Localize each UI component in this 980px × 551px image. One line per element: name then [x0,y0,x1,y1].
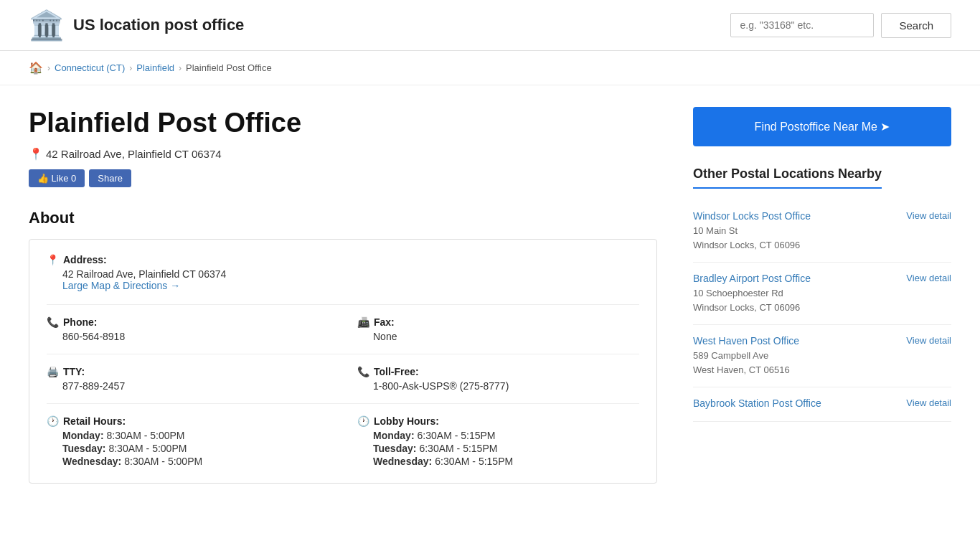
find-postoffice-button[interactable]: Find Postoffice Near Me ➤ [693,107,951,146]
nearby-item-info-3: Baybrook Station Post Office [693,397,821,411]
hours-row: 🕐 Retail Hours: Monday:8:30AM - 5:00PM T… [47,415,639,468]
breadcrumb-sep-1: › [47,63,50,73]
nearby-item-addr2-2: West Haven, CT 06516 [693,363,799,377]
fb-share-button[interactable]: Share [89,169,131,187]
breadcrumb: 🏠 › Connecticut (CT) › Plainfield › Plai… [0,51,980,85]
retail-hours-icon: 🕐 [47,415,59,427]
info-card: 📍 Address: 42 Railroad Ave, Plainfield C… [29,239,657,484]
breadcrumb-sep-2: › [129,63,132,73]
address-text: 42 Railroad Ave, Plainfield CT 06374 [46,148,222,160]
home-icon[interactable]: 🏠 [29,61,43,75]
list-item: Bradley Airport Post Office 10 Schoephoe… [693,263,951,325]
retail-hours-label: 🕐 Retail Hours: [47,415,329,427]
nearby-item-addr2-0: Windsor Locks, CT 06096 [693,238,811,253]
nearby-section: Other Postal Locations Nearby Windsor Lo… [693,166,951,422]
nearby-heading: Other Postal Locations Nearby [693,166,882,189]
nearby-item-name-0[interactable]: Windsor Locks Post Office [693,210,811,222]
lobby-hours-col: 🕐 Lobby Hours: Monday:6:30AM - 5:15PM Tu… [357,415,639,468]
list-item: Windsor Locks Post Office 10 Main St Win… [693,200,951,263]
tty-tollfree-row: 🖨️ TTY: 877-889-2457 📞 Toll-Free: 1-800-… [47,366,639,392]
retail-tue: Tuesday:8:30AM - 5:00PM [62,443,329,454]
phone-label: 📞 Phone: [47,316,329,328]
lobby-hours-table: Monday:6:30AM - 5:15PM Tuesday:6:30AM - … [373,430,639,467]
pin-icon: 📍 [29,147,43,161]
tollfree-col: 📞 Toll-Free: 1-800-Ask-USPS® (275-8777) [357,366,639,392]
lobby-mon: Monday:6:30AM - 5:15PM [373,430,639,441]
tty-label: 🖨️ TTY: [47,366,329,377]
nearby-view-link-1[interactable]: View detail [906,273,951,283]
breadcrumb-sep-3: › [179,63,182,73]
address-value: 42 Railroad Ave, Plainfield CT 06374 [62,268,639,280]
header: 🏛️ US location post office Search [0,0,980,51]
logo-icon: 🏛️ [29,11,65,39]
tty-icon: 🖨️ [47,366,59,377]
nearby-item-info-0: Windsor Locks Post Office 10 Main St Win… [693,210,811,252]
nearby-item-info-1: Bradley Airport Post Office 10 Schoephoe… [693,273,811,314]
search-button[interactable]: Search [881,13,951,38]
map-directions-link[interactable]: Large Map & Directions → [62,280,180,291]
phone-icon: 📞 [47,316,59,328]
list-item: Baybrook Station Post Office View detail [693,387,951,422]
breadcrumb-connecticut[interactable]: Connecticut (CT) [55,62,125,73]
fax-icon: 📠 [357,316,369,328]
fax-label: 📠 Fax: [357,316,639,328]
content-area: Plainfield Post Office 📍 42 Railroad Ave… [29,85,679,505]
address-line: 📍 42 Railroad Ave, Plainfield CT 06374 [29,147,657,161]
divider-3 [47,403,639,404]
site-title: US location post office [73,16,244,34]
fb-like-button[interactable]: 👍 Like 0 [29,169,85,187]
phone-col: 📞 Phone: 860-564-8918 [47,316,329,342]
address-label: 📍 Address: [47,254,639,265]
breadcrumb-current: Plainfield Post Office [186,62,272,73]
breadcrumb-plainfield[interactable]: Plainfield [136,62,174,73]
nearby-view-link-2[interactable]: View detail [906,335,951,346]
sidebar: Find Postoffice Near Me ➤ Other Postal L… [679,85,951,505]
list-item: West Haven Post Office 589 Campbell Ave … [693,325,951,387]
search-input[interactable] [730,13,874,37]
about-heading: About [29,209,657,227]
search-area: Search [730,13,951,38]
nearby-view-link-0[interactable]: View detail [906,210,951,221]
tty-value: 877-889-2457 [62,380,329,392]
page-title: Plainfield Post Office [29,107,657,140]
nearby-list: Windsor Locks Post Office 10 Main St Win… [693,200,951,422]
nearby-item-addr1-0: 10 Main St [693,224,811,238]
social-buttons: 👍 Like 0 Share [29,169,657,187]
tollfree-label: 📞 Toll-Free: [357,366,639,377]
divider-1 [47,304,639,305]
lobby-hours-icon: 🕐 [357,415,369,427]
nearby-item-addr1-1: 10 Schoephoester Rd [693,286,811,301]
nearby-item-name-2[interactable]: West Haven Post Office [693,335,799,347]
tollfree-value: 1-800-Ask-USPS® (275-8777) [373,380,639,392]
logo-area: 🏛️ US location post office [29,11,244,39]
address-section: 📍 Address: 42 Railroad Ave, Plainfield C… [47,254,639,291]
nearby-view-link-3[interactable]: View detail [906,397,951,408]
retail-wed: Wednesday:8:30AM - 5:00PM [62,456,329,467]
retail-hours-col: 🕐 Retail Hours: Monday:8:30AM - 5:00PM T… [47,415,329,468]
fax-col: 📠 Fax: None [357,316,639,342]
lobby-hours-label: 🕐 Lobby Hours: [357,415,639,427]
nearby-item-name-3[interactable]: Baybrook Station Post Office [693,397,821,409]
fax-value: None [373,331,639,342]
main-container: Plainfield Post Office 📍 42 Railroad Ave… [0,85,980,505]
nearby-item-addr2-1: Windsor Locks, CT 06096 [693,301,811,315]
nearby-item-info-2: West Haven Post Office 589 Campbell Ave … [693,335,799,377]
nearby-item-addr1-2: 589 Campbell Ave [693,349,799,363]
lobby-wed: Wednesday:6:30AM - 5:15PM [373,456,639,467]
retail-mon: Monday:8:30AM - 5:00PM [62,430,329,441]
retail-hours-table: Monday:8:30AM - 5:00PM Tuesday:8:30AM - … [62,430,329,467]
phone-value: 860-564-8918 [62,331,329,342]
tollfree-icon: 📞 [357,366,369,377]
phone-fax-row: 📞 Phone: 860-564-8918 📠 Fax: None [47,316,639,342]
tty-col: 🖨️ TTY: 877-889-2457 [47,366,329,392]
divider-2 [47,354,639,354]
nearby-item-name-1[interactable]: Bradley Airport Post Office [693,273,811,284]
address-label-icon: 📍 [47,254,59,265]
lobby-tue: Tuesday:6:30AM - 5:15PM [373,443,639,454]
